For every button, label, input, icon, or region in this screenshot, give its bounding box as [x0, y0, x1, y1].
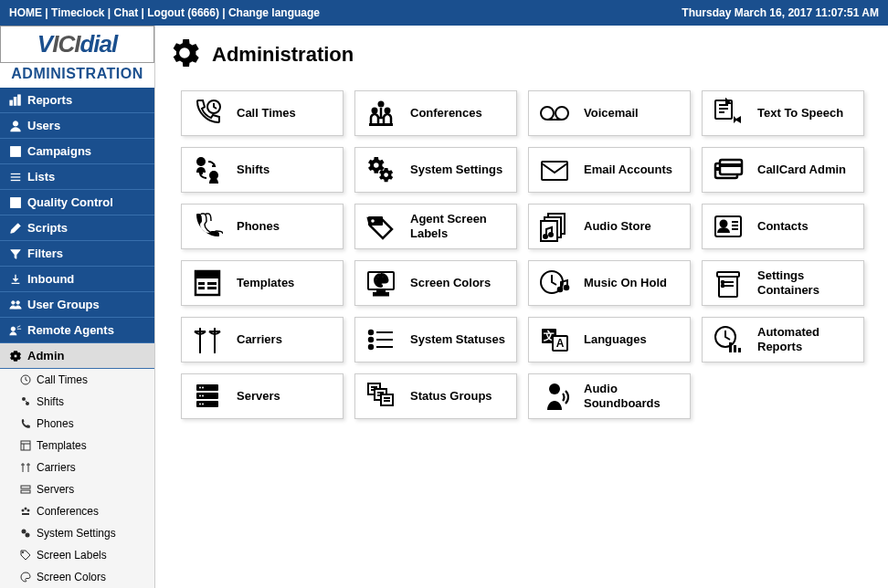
subnav-item-screen-labels[interactable]: Screen Labels	[0, 544, 154, 566]
subnav-item-call-times[interactable]: Call Times	[0, 369, 154, 391]
statusgroups-icon	[363, 378, 399, 415]
card-settings-containers[interactable]: Settings Containers	[702, 260, 864, 306]
sidebar-item-quality-control[interactable]: Quality Control	[0, 190, 154, 215]
topbar: HOME | Timeclock | Chat | Logout (6666) …	[0, 0, 888, 26]
card-screen-colors[interactable]: Screen Colors	[354, 260, 517, 306]
svg-point-85	[375, 278, 378, 281]
subnav-item-servers[interactable]: Servers	[0, 478, 154, 500]
card-grid: Call TimesConferencesVoicemailText To Sp…	[181, 90, 870, 419]
card-servers[interactable]: Servers	[181, 373, 344, 419]
svg-point-50	[541, 107, 554, 120]
svg-point-87	[382, 276, 385, 278]
card-callcard-admin[interactable]: CallCard Admin	[702, 147, 864, 193]
autoreports-icon	[710, 321, 746, 358]
nav-link-chat[interactable]: Chat	[114, 6, 139, 19]
svg-point-72	[721, 221, 727, 227]
nav-link-language[interactable]: Change language	[228, 6, 320, 19]
card-phones[interactable]: Phones	[181, 204, 344, 249]
sidebar-item-label: Users	[27, 119, 60, 132]
card-system-settings[interactable]: System Settings	[354, 147, 517, 193]
svg-point-51	[555, 107, 568, 120]
gear-icon	[9, 350, 22, 362]
card-label: Languages	[584, 332, 647, 347]
card-music-on-hold[interactable]: Music On Hold	[528, 260, 691, 306]
card-audio-store[interactable]: Audio Store	[528, 204, 691, 249]
svg-rect-78	[198, 282, 205, 285]
datetime: Thursday March 16, 2017 11:07:51 AM	[682, 6, 879, 19]
card-shifts[interactable]: Shifts	[181, 147, 344, 193]
svg-point-3	[13, 121, 17, 125]
sidebar-item-remote-agents[interactable]: Remote Agents	[0, 318, 154, 343]
containers-icon	[710, 265, 746, 301]
card-label: Shifts	[237, 163, 270, 177]
nav-link-home[interactable]: HOME	[9, 6, 42, 19]
svg-point-90	[565, 286, 569, 290]
subnav-item-screen-colors[interactable]: Screen Colors	[0, 566, 154, 588]
card-contacts[interactable]: Contacts	[702, 204, 864, 249]
card-languages[interactable]: 文ALanguages	[528, 317, 691, 362]
subnav-item-conferences[interactable]: Conferences	[0, 500, 154, 522]
card-automated-reports[interactable]: Automated Reports	[702, 317, 864, 362]
card-call-times[interactable]: Call Times	[181, 90, 344, 136]
card-agent-screen-labels[interactable]: Agent Screen Labels	[354, 204, 517, 249]
sysstatuses-icon	[363, 321, 399, 358]
label-icon	[20, 550, 31, 561]
svg-rect-2	[18, 94, 21, 104]
sidebar-item-reports[interactable]: Reports	[0, 88, 154, 113]
card-label: Settings Containers	[757, 268, 856, 297]
card-label: Email Accounts	[584, 163, 672, 177]
phone-icon	[20, 418, 31, 429]
svg-point-118	[199, 387, 201, 389]
subnav-item-label: Screen Colors	[37, 571, 106, 583]
svg-point-101	[369, 331, 373, 334]
sidebar-item-label: Scripts	[27, 221, 68, 235]
nav-link-logout[interactable]: Logout (6666)	[147, 6, 219, 19]
card-label: Conferences	[410, 106, 482, 121]
card-audio-soundboards[interactable]: Audio Soundboards	[528, 373, 691, 419]
svg-point-65	[371, 219, 375, 223]
sidebar-item-filters[interactable]: Filters	[0, 241, 154, 267]
sidebar-item-label: Remote Agents	[27, 323, 114, 337]
remote-icon	[9, 324, 22, 337]
nav-link-timeclock[interactable]: Timeclock	[51, 6, 104, 19]
svg-rect-59	[542, 162, 567, 180]
sidebar-item-campaigns[interactable]: Campaigns	[0, 139, 154, 164]
svg-rect-49	[369, 123, 393, 126]
card-label: Call Times	[237, 106, 296, 121]
card-carriers[interactable]: Carriers	[181, 317, 344, 362]
card-system-statuses[interactable]: System Statuses	[354, 317, 517, 362]
subnav-item-label: Carriers	[37, 461, 76, 474]
card-conferences[interactable]: Conferences	[354, 90, 517, 136]
card-templates[interactable]: Templates	[181, 260, 344, 306]
sidebar-item-users[interactable]: Users	[0, 113, 154, 139]
card-status-groups[interactable]: Status Groups	[354, 373, 517, 419]
card-label: CallCard Admin	[757, 163, 846, 177]
subnav-item-label: Phones	[37, 417, 74, 430]
sidebar-item-user-groups[interactable]: User Groups	[0, 292, 154, 318]
sidebar-item-inbound[interactable]: Inbound	[0, 267, 154, 292]
svg-text:A: A	[556, 337, 565, 350]
card-voicemail[interactable]: Voicemail	[528, 90, 691, 136]
subnav-item-phones[interactable]: Phones	[0, 413, 154, 435]
sidebar-item-scripts[interactable]: Scripts	[0, 215, 154, 241]
svg-point-95	[722, 281, 724, 284]
svg-point-70	[549, 233, 553, 236]
svg-rect-92	[717, 272, 739, 277]
subnav-item-carriers[interactable]: Carriers	[0, 457, 154, 478]
subnav-item-templates[interactable]: Templates	[0, 435, 154, 457]
card-label: Text To Speech	[757, 106, 843, 121]
card-text-to-speech[interactable]: Text To Speech	[702, 90, 864, 136]
sidebar-item-label: Quality Control	[27, 195, 113, 209]
screenlabels-icon	[363, 208, 399, 245]
subnav-item-label: Screen Labels	[37, 549, 107, 562]
subnav-item-shifts[interactable]: Shifts	[0, 391, 154, 413]
users-icon	[9, 120, 22, 132]
sidebar-item-lists[interactable]: Lists	[0, 164, 154, 190]
card-label: Agent Screen Labels	[410, 212, 509, 240]
card-email-accounts[interactable]: Email Accounts	[528, 147, 691, 193]
sidebar-item-admin[interactable]: Admin	[0, 343, 154, 369]
group-icon	[9, 299, 22, 311]
svg-rect-113	[734, 345, 736, 352]
subnav-item-system-settings[interactable]: System Settings	[0, 522, 154, 544]
voicemail-icon	[536, 95, 573, 131]
